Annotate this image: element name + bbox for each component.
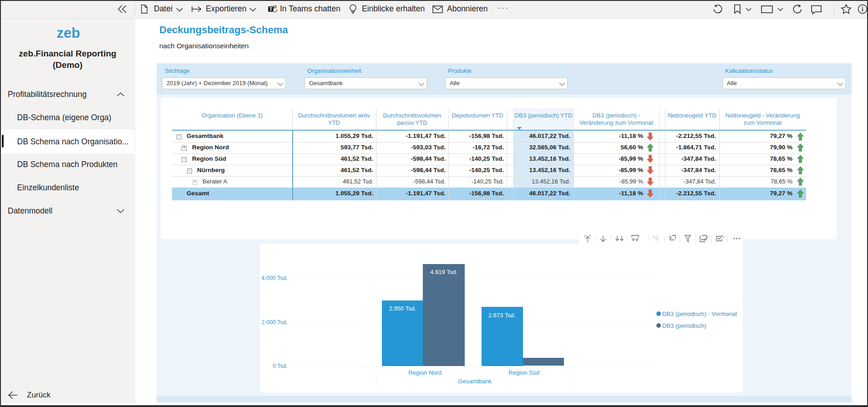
svg-text:T: T xyxy=(269,7,272,12)
